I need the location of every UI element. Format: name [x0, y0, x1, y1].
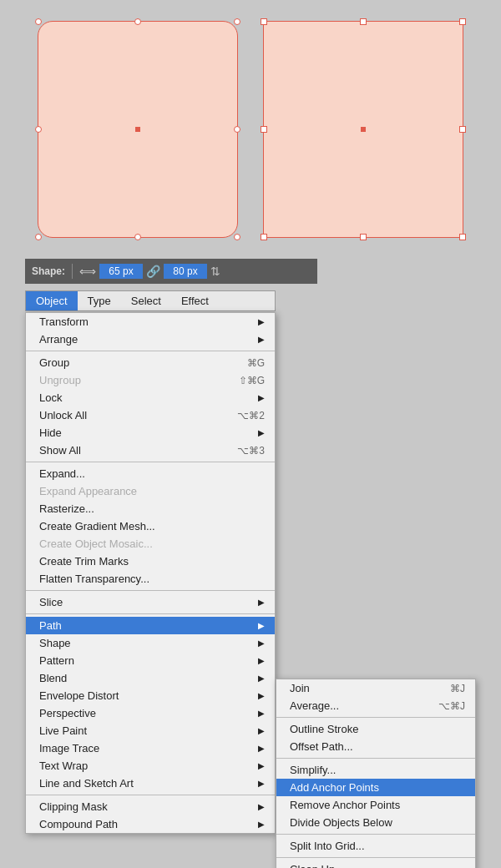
submenu-separator — [276, 834, 475, 835]
submenu-item-simplify[interactable]: Simplify... — [276, 761, 475, 779]
arrow-icon-compound-path: ▶ — [258, 820, 265, 829]
anchor-tl — [35, 18, 42, 25]
submenu-item-average[interactable]: Average...⌥⌘J — [276, 697, 475, 714]
menu-wrapper: Object Type Select Effect Transform▶Arra… — [25, 290, 476, 311]
submenu-label-add-anchor-points: Add Anchor Points — [290, 781, 379, 794]
menu-item-label-unlock-all: Unlock All — [39, 409, 87, 421]
submenu-item-add-anchor-points[interactable]: Add Anchor Points — [276, 779, 475, 796]
submenu-label-offset-path: Offset Path... — [290, 740, 353, 753]
anchor-mr — [234, 126, 240, 133]
menu-item-show-all[interactable]: Show All⌥⌘3 — [26, 442, 275, 459]
arrow-icon-perspective: ▶ — [258, 709, 265, 718]
arrow-icon-pattern: ▶ — [258, 656, 265, 665]
menu-item-clipping-mask[interactable]: Clipping Mask▶ — [26, 798, 275, 815]
menu-item-text-wrap[interactable]: Text Wrap▶ — [26, 757, 275, 775]
menu-item-label-expand: Expand... — [39, 467, 85, 480]
menu-item-label-create-object-mosaic: Create Object Mosaic... — [39, 537, 153, 550]
menu-item-label-hide: Hide — [39, 426, 62, 439]
submenu-label-simplify: Simplify... — [290, 764, 336, 776]
anchor-tl — [261, 18, 267, 25]
menu-item-label-envelope-distort: Envelope Distort — [39, 689, 119, 702]
anchor-bl — [35, 234, 42, 240]
anchor-bc — [134, 234, 141, 240]
submenu-item-split-into-grid[interactable]: Split Into Grid... — [276, 837, 475, 855]
shape-label: Shape: — [32, 265, 65, 277]
menu-item-hide[interactable]: Hide▶ — [26, 424, 275, 442]
menu-item-envelope-distort[interactable]: Envelope Distort▶ — [26, 687, 275, 704]
menu-item-line-and-sketch-art[interactable]: Line and Sketch Art▶ — [26, 775, 275, 792]
submenu-label-outline-stroke: Outline Stroke — [290, 723, 358, 735]
submenu-item-remove-anchor-points[interactable]: Remove Anchor Points — [276, 796, 475, 814]
menu-separator — [26, 795, 275, 795]
height-input[interactable] — [164, 264, 207, 279]
arrow-icon-path: ▶ — [258, 621, 265, 630]
arrow-icon-lock: ▶ — [258, 393, 265, 402]
width-input[interactable] — [99, 264, 143, 279]
menu-bar: Object Type Select Effect — [25, 290, 276, 311]
menu-item-group[interactable]: Group⌘G — [26, 354, 275, 371]
menu-item-label-arrange: Arrange — [39, 333, 78, 346]
menu-item-label-slice: Slice — [39, 596, 63, 608]
menu-item-slice[interactable]: Slice▶ — [26, 593, 275, 611]
anchor-ml — [35, 126, 42, 133]
submenu-label-split-into-grid: Split Into Grid... — [290, 840, 365, 852]
submenu-shortcut-average: ⌥⌘J — [438, 700, 465, 712]
menu-separator — [26, 590, 275, 591]
toolbar: Shape: ⟺ 🔗 ⇅ — [25, 259, 317, 284]
menu-item-perspective[interactable]: Perspective▶ — [26, 704, 275, 722]
arrow-icon-transform: ▶ — [258, 317, 265, 326]
menu-item-create-object-mosaic: Create Object Mosaic... — [26, 535, 275, 553]
submenu-item-clean-up[interactable]: Clean Up... — [276, 860, 475, 868]
submenu-label-average: Average... — [290, 699, 339, 712]
submenu-item-outline-stroke[interactable]: Outline Stroke — [276, 720, 475, 738]
submenu-separator — [276, 717, 475, 718]
arrow-icon-image-trace: ▶ — [258, 744, 265, 753]
menu-item-path[interactable]: Path▶ — [26, 617, 275, 634]
menu-item-live-paint[interactable]: Live Paint▶ — [26, 722, 275, 739]
menu-item-label-perspective: Perspective — [39, 707, 96, 719]
menubar-effect[interactable]: Effect — [171, 291, 219, 310]
arrow-icon-arrange: ▶ — [258, 335, 265, 344]
submenu-item-join[interactable]: Join⌘J — [276, 679, 475, 697]
constrain-icon: ⇅ — [210, 265, 220, 278]
shortcut-show-all: ⌥⌘3 — [237, 445, 265, 457]
arrow-icon-line-and-sketch-art: ▶ — [258, 779, 265, 788]
menu-item-compound-path[interactable]: Compound Path▶ — [26, 815, 275, 833]
path-submenu: Join⌘JAverage...⌥⌘JOutline StrokeOffset … — [276, 679, 476, 868]
menu-item-label-create-trim-marks: Create Trim Marks — [39, 555, 129, 568]
arrow-icon-shape: ▶ — [258, 638, 265, 648]
menu-item-pattern[interactable]: Pattern▶ — [26, 652, 275, 669]
menu-item-label-live-paint: Live Paint — [39, 724, 87, 737]
menubar-object[interactable]: Object — [26, 291, 78, 310]
menu-item-create-gradient-mesh[interactable]: Create Gradient Mesh... — [26, 517, 275, 535]
shape-rect[interactable] — [263, 21, 463, 238]
menu-item-transform[interactable]: Transform▶ — [26, 313, 275, 331]
submenu-shortcut-join: ⌘J — [450, 683, 465, 694]
menu-item-label-show-all: Show All — [39, 444, 81, 457]
menu-item-shape[interactable]: Shape▶ — [26, 634, 275, 652]
menu-item-label-clipping-mask: Clipping Mask — [39, 800, 108, 813]
submenu-item-offset-path[interactable]: Offset Path... — [276, 738, 475, 755]
menu-item-label-flatten-transparency: Flatten Transparency... — [39, 573, 149, 585]
anchor-tc — [134, 18, 141, 25]
menubar-type[interactable]: Type — [78, 291, 121, 310]
menubar-select[interactable]: Select — [121, 291, 171, 310]
menu-item-rasterize[interactable]: Rasterize... — [26, 500, 275, 517]
anchor-bl — [261, 234, 267, 240]
menu-item-expand[interactable]: Expand... — [26, 465, 275, 482]
link-icon: 🔗 — [146, 265, 160, 278]
menu-item-lock[interactable]: Lock▶ — [26, 389, 275, 406]
menu-item-label-line-and-sketch-art: Line and Sketch Art — [39, 777, 134, 790]
menu-item-arrange[interactable]: Arrange▶ — [26, 331, 275, 348]
menu-item-blend[interactable]: Blend▶ — [26, 669, 275, 687]
anchor-ml — [261, 126, 267, 133]
menu-item-label-rasterize: Rasterize... — [39, 502, 94, 515]
menu-item-unlock-all[interactable]: Unlock All⌥⌘2 — [26, 406, 275, 424]
submenu-item-divide-objects-below[interactable]: Divide Objects Below — [276, 814, 475, 831]
shape-rounded-rect[interactable] — [38, 21, 238, 238]
menu-item-label-blend: Blend — [39, 672, 67, 684]
menu-item-flatten-transparency[interactable]: Flatten Transparency... — [26, 570, 275, 588]
menu-item-create-trim-marks[interactable]: Create Trim Marks — [26, 553, 275, 570]
menu-item-image-trace[interactable]: Image Trace▶ — [26, 739, 275, 757]
anchor-bc — [360, 234, 367, 240]
